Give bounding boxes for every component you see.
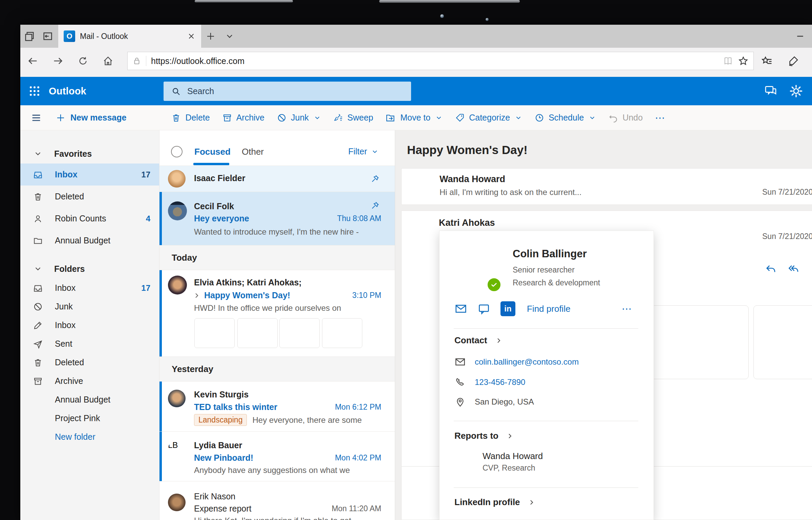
forward-icon[interactable] bbox=[45, 55, 70, 67]
new-tab-button[interactable] bbox=[201, 25, 220, 48]
mail-row-kevin-sturgis[interactable]: Kevin Sturgis TED talks this winter Mon … bbox=[159, 381, 395, 431]
mail-row-isaac-fielder[interactable]: Isaac Fielder bbox=[159, 166, 395, 192]
manager-avatar[interactable] bbox=[457, 451, 475, 469]
presence-available-icon bbox=[486, 277, 502, 292]
sidebar-folder-archive[interactable]: Archive bbox=[20, 372, 159, 390]
attachment-thumbnail-child[interactable] bbox=[322, 318, 362, 348]
pin-icon[interactable] bbox=[370, 201, 380, 210]
tab-focused[interactable]: Focused bbox=[194, 147, 231, 157]
new-message-button[interactable]: New message bbox=[56, 113, 126, 123]
browser-tab[interactable]: O Mail - Outlook bbox=[58, 25, 201, 48]
hub-favorites-icon[interactable] bbox=[754, 55, 780, 67]
toolbar-overflow-button[interactable]: ⋯ bbox=[655, 112, 666, 124]
reading-view-icon[interactable] bbox=[723, 56, 733, 66]
sidebar-item-inbox[interactable]: Inbox 17 bbox=[20, 164, 159, 186]
undo-button[interactable]: Undo bbox=[608, 113, 643, 123]
contact-section-header[interactable]: Contact bbox=[454, 335, 503, 346]
app-launcher-icon[interactable] bbox=[20, 85, 49, 98]
pin-icon[interactable] bbox=[370, 174, 380, 183]
divider bbox=[146, 56, 146, 66]
sidebar-item-annual-budget[interactable]: Annual Budget bbox=[20, 230, 159, 252]
attachment-thumbnail-office[interactable] bbox=[279, 318, 320, 348]
sidebar-folder-sent[interactable]: Sent bbox=[20, 334, 159, 353]
show-tab-previews-icon[interactable] bbox=[39, 25, 57, 48]
categorize-button[interactable]: Categorize bbox=[455, 113, 522, 123]
refresh-icon[interactable] bbox=[70, 56, 95, 66]
email-link[interactable]: colin.ballinger@contoso.com bbox=[475, 357, 579, 367]
folder-sidebar: Favorites Inbox 17 Deleted Robin Counts … bbox=[20, 130, 159, 520]
find-profile-link[interactable]: Find profile bbox=[527, 304, 571, 314]
delete-button[interactable]: Delete bbox=[171, 113, 210, 123]
web-notes-pen-icon[interactable] bbox=[780, 55, 807, 67]
linkedin-icon[interactable]: in bbox=[500, 301, 515, 316]
sidebar-folder-junk[interactable]: Junk bbox=[20, 297, 159, 316]
sweep-button[interactable]: Sweep bbox=[333, 113, 373, 123]
sidebar-new-folder[interactable]: New folder bbox=[20, 428, 159, 446]
sidebar-folder-drafts-inbox[interactable]: Inbox bbox=[20, 316, 159, 334]
forward-icon[interactable] bbox=[811, 262, 812, 275]
address-bar-input[interactable]: https://outlook.office.com bbox=[127, 52, 754, 70]
tab-list-chevron-icon[interactable] bbox=[220, 25, 239, 48]
conversation-title: Happy Women's Day! bbox=[407, 143, 528, 157]
archive-button[interactable]: Archive bbox=[222, 113, 264, 123]
folder-icon bbox=[32, 236, 44, 246]
message-list-header: Focused Other Filter bbox=[159, 130, 395, 166]
set-aside-tabs-icon[interactable] bbox=[20, 25, 39, 48]
avatar-colin[interactable] bbox=[407, 258, 432, 283]
chat-icon[interactable] bbox=[477, 302, 490, 315]
send-mail-icon[interactable] bbox=[454, 302, 467, 315]
unread-count: 4 bbox=[146, 214, 150, 223]
sidebar-folder-deleted[interactable]: Deleted bbox=[20, 353, 159, 372]
profile-name: Colin Ballinger bbox=[513, 248, 587, 260]
tab-other[interactable]: Other bbox=[242, 147, 264, 157]
add-favorite-star-icon[interactable] bbox=[738, 56, 749, 66]
mail-row-erik-nason[interactable]: Erik Nason Expense report Mon 11:20 AM H… bbox=[159, 481, 395, 520]
search-input[interactable] bbox=[187, 86, 408, 96]
location-text: San Diego, USA bbox=[475, 397, 534, 407]
settings-gear-icon[interactable] bbox=[789, 84, 803, 98]
expand-chevron-icon[interactable] bbox=[193, 291, 201, 300]
search-bar[interactable] bbox=[164, 82, 411, 101]
mail-row-elvia-atkins[interactable]: Elvia Atkins; Katri Ahokas; Happy Women'… bbox=[159, 270, 395, 356]
avatar-thread-reply[interactable] bbox=[407, 479, 432, 504]
category-tag[interactable]: Landscaping bbox=[194, 414, 247, 426]
junk-button[interactable]: Junk bbox=[277, 113, 321, 123]
reply-all-icon[interactable] bbox=[788, 262, 800, 275]
mail-row-cecil-folk[interactable]: Cecil Folk Hey everyone Thu 8:08 AM Want… bbox=[159, 192, 395, 245]
sidebar-folder-annual-budget[interactable]: Annual Budget bbox=[20, 390, 159, 409]
schedule-button[interactable]: Schedule bbox=[534, 113, 596, 123]
sidebar-folder-project-pink[interactable]: Project Pink bbox=[20, 409, 159, 428]
select-all-checkbox[interactable] bbox=[171, 146, 183, 157]
chat-feedback-icon[interactable] bbox=[764, 84, 777, 98]
minimize-button[interactable] bbox=[788, 25, 812, 48]
reply-icon[interactable] bbox=[765, 262, 777, 275]
favorites-header[interactable]: Favorites bbox=[20, 144, 159, 164]
chevron-down-icon bbox=[32, 264, 44, 273]
sidebar-item-robin-counts[interactable]: Robin Counts 4 bbox=[20, 208, 159, 230]
mail-preview: Hi there Kat, I'm wondering if I'm able … bbox=[194, 516, 381, 520]
hamburger-menu-icon[interactable] bbox=[30, 112, 42, 124]
message-card-wanda[interactable]: Wanda Howard Hi all, I'm writing to ask … bbox=[401, 168, 812, 205]
linkedin-section-header[interactable]: LinkedIn profile bbox=[454, 497, 536, 507]
blocked-icon bbox=[32, 302, 44, 312]
attachment-thumbnail-women-laptop[interactable] bbox=[237, 318, 278, 348]
sidebar-item-deleted[interactable]: Deleted bbox=[20, 186, 159, 208]
home-icon[interactable] bbox=[95, 55, 121, 67]
close-tab-icon[interactable] bbox=[187, 32, 196, 41]
mail-row-lydia-bauer[interactable]: LB Lydia Bauer New Pinboard! Mon 4:02 PM… bbox=[159, 431, 395, 481]
favorites-label: Favorites bbox=[54, 149, 92, 159]
reports-to-section-header[interactable]: Reports to bbox=[454, 431, 514, 441]
inline-image-child[interactable] bbox=[753, 305, 812, 379]
move-to-button[interactable]: Move to bbox=[385, 112, 443, 123]
filter-button[interactable]: Filter bbox=[348, 147, 379, 156]
folders-header[interactable]: Folders bbox=[20, 259, 159, 279]
back-icon[interactable] bbox=[20, 55, 45, 67]
group-label-today: Today bbox=[159, 245, 395, 270]
profile-more-button[interactable]: ⋯ bbox=[622, 303, 633, 315]
phone-link[interactable]: 123-456-7890 bbox=[475, 377, 525, 387]
attachment-thumbnail-hexagons[interactable] bbox=[194, 318, 235, 348]
inline-image-hexagons[interactable] bbox=[650, 305, 749, 379]
mail-subject: Hey everyone bbox=[194, 214, 334, 223]
sidebar-folder-inbox[interactable]: Inbox 17 bbox=[20, 279, 159, 297]
linkedin-avatar bbox=[465, 517, 485, 520]
